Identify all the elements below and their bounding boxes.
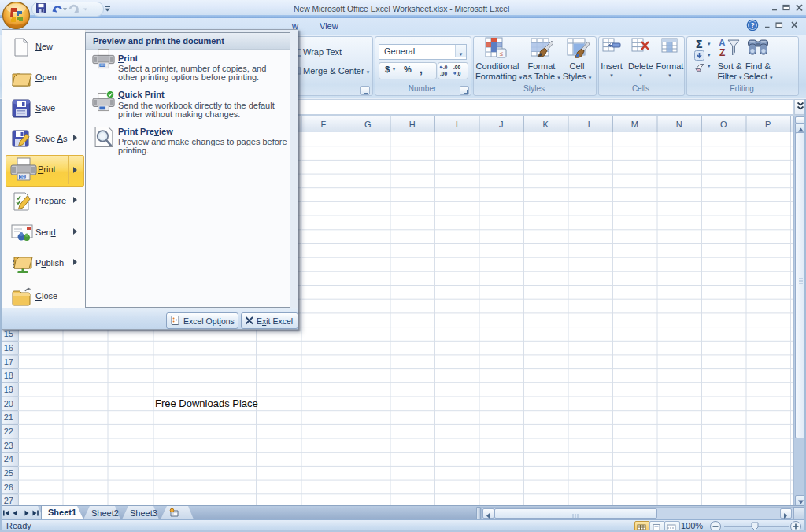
svg-text:K: K [543, 120, 549, 129]
svg-text:21: 21 [4, 412, 13, 422]
svg-text:H: H [409, 120, 416, 129]
svg-text:N: N [676, 120, 682, 129]
svg-text:O: O [720, 120, 727, 129]
svg-text:16: 16 [4, 343, 13, 353]
svg-text:I: I [456, 120, 458, 129]
svg-text:23: 23 [4, 441, 13, 450]
svg-text:15: 15 [4, 329, 13, 338]
svg-text:.00: .00 [453, 65, 460, 70]
svg-text:F: F [320, 120, 326, 129]
svg-text:P: P [765, 120, 771, 129]
svg-text:18: 18 [4, 371, 13, 380]
svg-text:M: M [631, 120, 638, 129]
svg-text:22: 22 [4, 427, 13, 436]
svg-text:19: 19 [4, 385, 13, 394]
svg-text:.0: .0 [443, 65, 448, 70]
svg-text:24: 24 [4, 454, 13, 464]
svg-text:20: 20 [4, 399, 13, 408]
svg-text:27: 27 [4, 496, 13, 505]
svg-text:?: ? [750, 21, 754, 29]
svg-text:J: J [499, 120, 504, 129]
svg-text:17: 17 [4, 357, 13, 367]
svg-text:≤: ≤ [500, 50, 504, 57]
svg-text:Z: Z [719, 47, 725, 58]
svg-text:DELL: DELL [20, 175, 29, 179]
svg-text:25: 25 [4, 468, 13, 478]
svg-text:.00: .00 [440, 71, 447, 76]
svg-text:26: 26 [4, 482, 13, 492]
svg-text:L: L [588, 120, 593, 129]
svg-text:.0: .0 [457, 71, 461, 76]
svg-text:G: G [364, 120, 372, 129]
